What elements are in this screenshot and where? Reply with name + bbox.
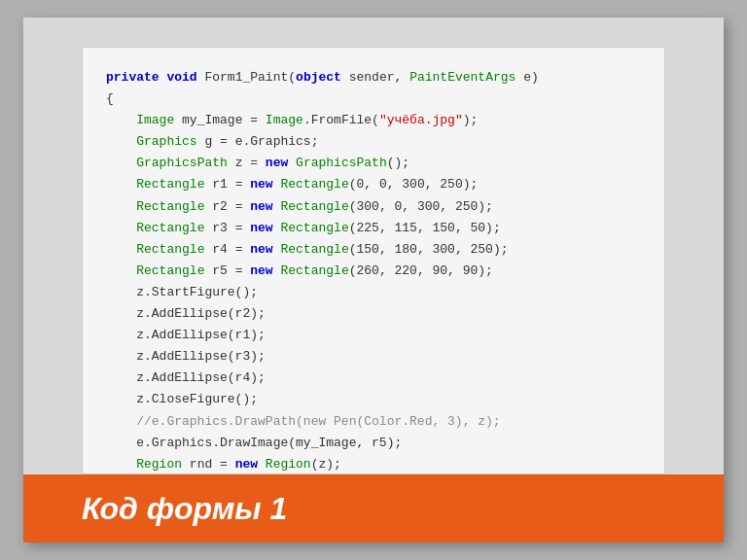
- title-text: Код формы 1: [82, 491, 287, 527]
- code-line-2: {: [106, 88, 641, 110]
- code-line-3: Image my_Image = Image.FromFile("учёба.j…: [106, 110, 641, 131]
- code-block: private void Form1_Paint(object sender, …: [82, 47, 665, 474]
- code-line-17: //e.Graphics.DrawPath(new Pen(Color.Red,…: [106, 411, 641, 433]
- code-line-4: Graphics g = e.Graphics;: [106, 131, 641, 153]
- slide-title: Код формы 1: [23, 474, 724, 542]
- code-line-7: Rectangle r2 = new Rectangle(300, 0, 300…: [106, 196, 641, 218]
- code-line-10: Rectangle r5 = new Rectangle(260, 220, 9…: [106, 261, 641, 282]
- code-line-6: Rectangle r1 = new Rectangle(0, 0, 300, …: [106, 174, 641, 195]
- code-line-1: private void Form1_Paint(object sender, …: [106, 67, 641, 88]
- code-line-8: Rectangle r3 = new Rectangle(225, 115, 1…: [106, 218, 641, 239]
- code-line-15: z.AddEllipse(r4);: [106, 368, 641, 389]
- code-line-5: GraphicsPath z = new GraphicsPath();: [106, 153, 641, 174]
- code-line-11: z.StartFigure();: [106, 282, 641, 303]
- code-line-19: Region rnd = new Region(z);: [106, 454, 641, 474]
- slide-container: private void Form1_Paint(object sender, …: [23, 18, 724, 542]
- code-line-16: z.CloseFigure();: [106, 389, 641, 410]
- code-line-9: Rectangle r4 = new Rectangle(150, 180, 3…: [106, 239, 641, 261]
- code-line-14: z.AddEllipse(r3);: [106, 346, 641, 368]
- code-line-18: e.Graphics.DrawImage(my_Image, r5);: [106, 433, 641, 454]
- code-line-12: z.AddEllipse(r2);: [106, 303, 641, 325]
- code-line-13: z.AddEllipse(r1);: [106, 325, 641, 346]
